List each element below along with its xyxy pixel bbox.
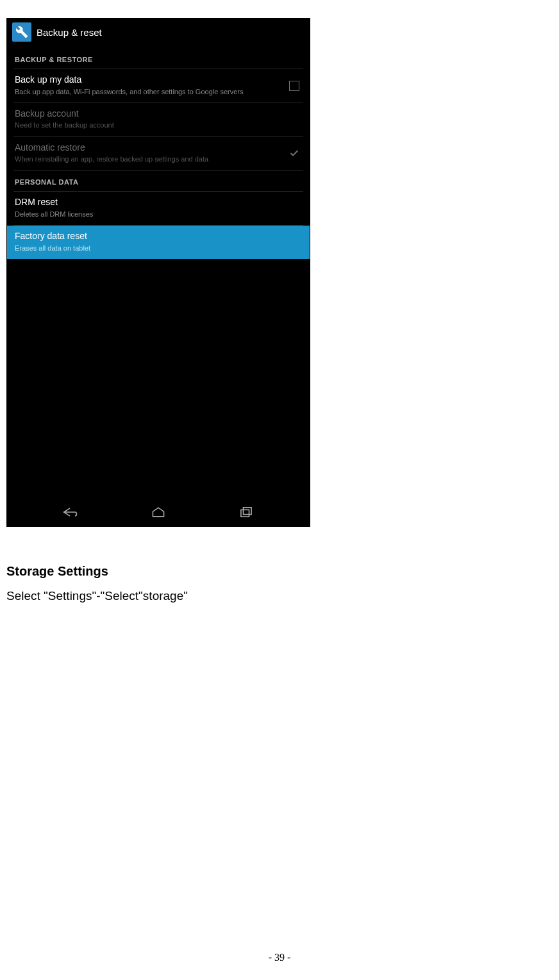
section-header: PERSONAL DATA xyxy=(13,174,303,192)
row-sub: Need to set the backup account xyxy=(15,120,302,129)
row-sub: When reinstalling an app, restore backed… xyxy=(15,154,302,163)
doc-heading: Storage Settings xyxy=(6,564,553,579)
recent-apps-button[interactable] xyxy=(224,506,269,518)
row-sub: Erases all data on tablet xyxy=(15,244,302,253)
row-automatic-restore[interactable]: Automatic restore When reinstalling an a… xyxy=(13,137,303,171)
android-screenshot: Backup & reset BACKUP & RESTORE Back up … xyxy=(6,18,310,527)
row-drm-reset[interactable]: DRM reset Deletes all DRM licenses xyxy=(13,192,303,226)
row-title: Factory data reset xyxy=(15,231,302,242)
checkmark-icon[interactable] xyxy=(289,148,299,158)
settings-list: BACKUP & RESTORE Back up my data Back up… xyxy=(7,48,310,501)
settings-icon xyxy=(12,22,31,42)
page-title: Backup & reset xyxy=(37,27,102,38)
navigation-bar xyxy=(7,501,310,526)
svg-rect-0 xyxy=(241,510,249,517)
row-title: Back up my data xyxy=(15,74,302,86)
checkbox-unchecked-icon[interactable] xyxy=(289,81,299,91)
page-number: - 39 - xyxy=(0,952,559,963)
row-sub: Deletes all DRM licenses xyxy=(15,210,302,219)
svg-rect-1 xyxy=(244,508,252,515)
row-title: DRM reset xyxy=(15,197,302,208)
row-factory-data-reset[interactable]: Factory data reset Erases all data on ta… xyxy=(7,226,310,259)
doc-body-text: Select "Settings"-"Select"storage" xyxy=(6,589,553,603)
row-title: Automatic restore xyxy=(15,142,302,154)
row-sub: Back up app data, Wi-Fi passwords, and o… xyxy=(15,87,302,96)
back-button[interactable] xyxy=(48,506,93,518)
row-backup-account[interactable]: Backup account Need to set the backup ac… xyxy=(13,103,303,137)
row-back-up-my-data[interactable]: Back up my data Back up app data, Wi-Fi … xyxy=(13,69,303,103)
row-title: Backup account xyxy=(15,108,302,120)
section-header: BACKUP & RESTORE xyxy=(13,52,303,69)
home-button[interactable] xyxy=(136,506,181,518)
action-bar: Backup & reset xyxy=(7,19,310,48)
